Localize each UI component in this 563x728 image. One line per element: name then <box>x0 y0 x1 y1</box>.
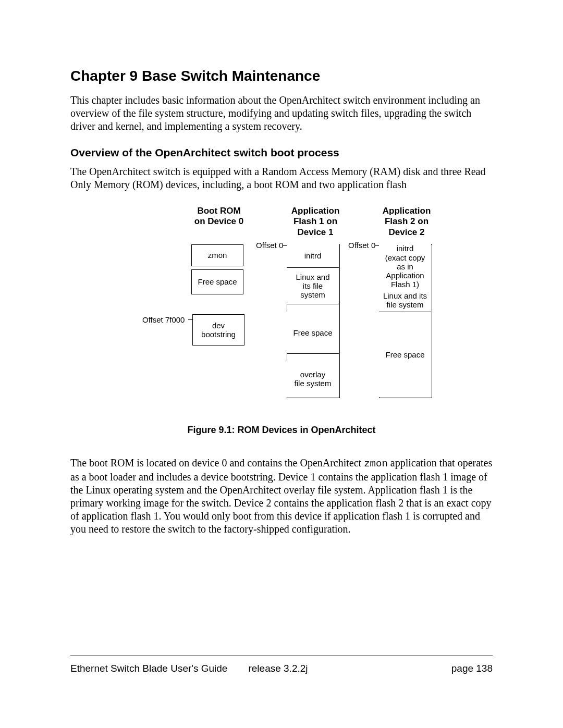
post-figure-paragraph: The boot ROM is located on device 0 and … <box>70 456 493 536</box>
tick-d0-7f000 <box>188 319 192 320</box>
section-lead: The OpenArchitect switch is equipped wit… <box>70 165 493 191</box>
offset-label-d2-0: Offset 0 <box>348 241 375 250</box>
d1-overlay: overlay file system <box>287 361 339 397</box>
d0-bootstring: dev bootstring <box>192 314 244 346</box>
figure-rom-devices: Boot ROM on Device 0 Application Flash 1… <box>70 196 493 421</box>
offset-label-d0-7f000: Offset 7f000 <box>142 315 185 324</box>
page-footer: Ethernet Switch Blade User's Guide relea… <box>70 663 493 674</box>
pf-code-zmon: zmon <box>364 458 388 470</box>
d2-initrd: initrd (exact copy as in Application Fla… <box>379 244 431 289</box>
section-heading: Overview of the OpenArchitect switch boo… <box>70 146 493 159</box>
figure-col-header-d2: Application Flash 2 on Device 2 <box>375 206 438 238</box>
offset-label-d1-0: Offset 0 <box>256 241 283 250</box>
footer-rule <box>70 656 493 656</box>
footer-doc-title: Ethernet Switch Blade User's Guide <box>70 663 227 674</box>
d0-zmon: zmon <box>191 244 243 266</box>
pf-text-a: The boot ROM is located on device 0 and … <box>70 457 364 468</box>
d0-free: Free space <box>191 269 243 294</box>
footer-release: release 3.2.2j <box>227 663 451 674</box>
chapter-intro: This chapter includes basic information … <box>70 94 493 133</box>
d1-linux: Linux and its file system <box>287 268 339 304</box>
footer-page: page 138 <box>451 663 493 674</box>
d2-linux: Linux and its file system <box>379 289 431 312</box>
d2-free: Free space <box>379 312 431 397</box>
figure-caption: Figure 9.1: ROM Devices in OpenArchitect <box>70 425 493 436</box>
chapter-title: Chapter 9 Base Switch Maintenance <box>70 68 493 84</box>
d1-initrd: initrd <box>287 244 339 268</box>
figure-col-header-d1: Application Flash 1 on Device 1 <box>284 206 347 238</box>
figure-col-header-d0: Boot ROM on Device 0 <box>188 206 250 227</box>
pf-text-b: application that operates as a boot load… <box>70 457 492 535</box>
d1-free: Free space <box>287 312 339 354</box>
